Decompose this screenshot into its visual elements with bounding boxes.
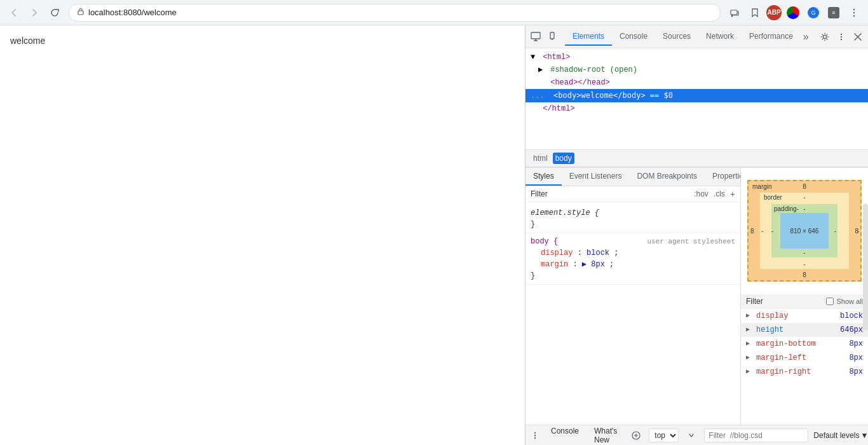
- margin-bottom-val: 8: [803, 271, 806, 278]
- svg-point-11: [841, 36, 842, 37]
- tree-line-html-close[interactable]: ▶ </html>: [526, 102, 868, 115]
- triangle-html-close[interactable]: ▶: [531, 103, 538, 114]
- filter-pseudo[interactable]: :hov: [694, 189, 709, 198]
- bottom-bar: Console What's New top Default levels ▼: [526, 425, 868, 445]
- triangle-shadow[interactable]: ▶: [538, 64, 546, 76]
- tree-line-html[interactable]: ▼ <html>: [526, 51, 868, 64]
- console-filter-area: top Default levels ▼: [628, 428, 868, 443]
- devtools-more-tabs[interactable]: »: [801, 31, 811, 43]
- computed-filter-bar: Filter Show all: [741, 294, 868, 309]
- styles-tabs: Styles Event Listeners DOM Breakpoints P…: [526, 168, 740, 186]
- border-label: border: [764, 194, 782, 201]
- content-size: 810 × 646: [790, 228, 819, 235]
- svg-rect-7: [550, 32, 554, 39]
- welcome-text: welcome: [10, 36, 45, 46]
- html-tree: ▼ <html> ▶ #shadow-root (open) ▶ <head><…: [526, 48, 868, 150]
- source-label: user agent stylesheet: [647, 236, 735, 247]
- console-top-select[interactable]: top: [649, 428, 679, 442]
- padding-top-dash: -: [803, 205, 805, 212]
- computed-arrow-margin-left[interactable]: ▶: [746, 352, 754, 364]
- triangle-head[interactable]: ▶: [538, 77, 546, 88]
- filter-bar: Filter :hov .cls +: [526, 186, 740, 202]
- computed-item-margin-left: ▶ margin-left 8px: [741, 351, 868, 365]
- lock-icon: [77, 8, 85, 17]
- ext2-button[interactable]: G: [804, 4, 822, 22]
- svg-point-8: [552, 39, 553, 40]
- ext1-button[interactable]: [784, 4, 802, 22]
- border-left-dash: -: [761, 228, 763, 235]
- devtools-panel: Elements Console Sources Network Perform…: [525, 25, 868, 445]
- svg-point-9: [824, 35, 827, 38]
- filter-label: Filter: [531, 189, 689, 198]
- elements-panel: ▼ <html> ▶ #shadow-root (open) ▶ <head><…: [526, 48, 868, 425]
- svg-rect-6: [531, 32, 540, 39]
- padding-label: padding-: [774, 205, 799, 212]
- tab-event-listeners[interactable]: Event Listeners: [562, 168, 630, 186]
- devtools-settings-button[interactable]: [817, 29, 832, 44]
- cast-button[interactable]: [726, 4, 743, 22]
- forward-button[interactable]: [25, 4, 43, 22]
- svg-point-3: [853, 8, 855, 10]
- page-content: welcome: [0, 25, 525, 445]
- tab-console[interactable]: Console: [612, 28, 655, 46]
- console-top-dropdown[interactable]: [684, 428, 699, 443]
- default-levels-button[interactable]: Default levels ▼: [813, 431, 868, 440]
- tree-line-head[interactable]: ▶ <head></head>: [526, 76, 868, 89]
- svg-point-10: [841, 33, 842, 34]
- css-rule-element-style: element.style { }: [526, 205, 740, 233]
- console-menu-button[interactable]: [531, 428, 539, 443]
- computed-arrow-height[interactable]: ▶: [746, 324, 754, 336]
- tree-line-shadow[interactable]: ▶ #shadow-root (open): [526, 64, 868, 76]
- tab-elements[interactable]: Elements: [565, 28, 612, 46]
- menu-button[interactable]: [845, 4, 863, 22]
- ext3-button[interactable]: ≡: [825, 4, 843, 22]
- console-clear-button[interactable]: [628, 428, 644, 443]
- margin-top-val: 8: [803, 183, 806, 190]
- tab-styles[interactable]: Styles: [526, 168, 562, 186]
- css-rule-body: body { user agent stylesheet display : b…: [526, 233, 740, 285]
- css-rules: element.style { } body { user agent styl…: [526, 202, 740, 425]
- inspect-button[interactable]: [528, 29, 543, 44]
- console-filter-input[interactable]: [704, 428, 808, 442]
- svg-point-2: [731, 15, 733, 17]
- default-levels-chevron: ▼: [860, 431, 868, 440]
- tab-network[interactable]: Network: [698, 28, 742, 46]
- filter-add-button[interactable]: +: [730, 189, 735, 199]
- url-text: localhost:8080/welcome: [88, 8, 712, 17]
- computed-arrow-display[interactable]: ▶: [746, 310, 754, 322]
- bottom-tabs: Console What's New: [545, 424, 623, 446]
- breadcrumb-body[interactable]: body: [553, 153, 574, 164]
- tab-properties[interactable]: Properties: [705, 168, 741, 186]
- triangle-html[interactable]: ▼: [531, 51, 538, 63]
- devtools-more-button[interactable]: [834, 29, 849, 44]
- browser-toolbar: localhost:8080/welcome ABP G ≡: [0, 0, 868, 25]
- tab-console-bottom[interactable]: Console: [545, 424, 585, 446]
- padding-bottom-dash: -: [803, 249, 805, 256]
- margin-label: margin: [752, 183, 772, 190]
- computed-item-margin-bottom: ▶ margin-bottom 8px: [741, 337, 868, 351]
- margin-left-val: 8: [750, 228, 754, 235]
- tab-whats-new[interactable]: What's New: [588, 424, 623, 446]
- bookmark-button[interactable]: [746, 4, 764, 22]
- filter-cls[interactable]: .cls: [714, 189, 725, 198]
- device-button[interactable]: [545, 29, 560, 44]
- refresh-button[interactable]: [46, 4, 64, 22]
- svg-point-14: [534, 434, 536, 435]
- content-box: 810 × 646: [780, 213, 829, 249]
- tab-performance[interactable]: Performance: [742, 28, 801, 46]
- computed-arrow-margin-bottom[interactable]: ▶: [746, 338, 754, 350]
- scrollbar[interactable]: [863, 203, 868, 331]
- breadcrumb-html[interactable]: html: [531, 153, 550, 164]
- show-all-checkbox[interactable]: [826, 298, 834, 305]
- computed-arrow-margin-right[interactable]: ▶: [746, 366, 754, 378]
- abp-button[interactable]: ABP: [766, 5, 782, 20]
- address-bar[interactable]: localhost:8080/welcome: [69, 4, 721, 22]
- back-button[interactable]: [5, 4, 23, 22]
- computed-item-margin-right: ▶ margin-right 8px: [741, 365, 868, 379]
- tab-dom-breakpoints[interactable]: DOM Breakpoints: [629, 168, 705, 186]
- toolbar-right-icons: ABP G ≡: [726, 4, 863, 22]
- tree-line-body[interactable]: ... <body>welcome</body> == $0: [526, 89, 868, 102]
- tab-sources[interactable]: Sources: [655, 28, 698, 46]
- computed-item-height: ▶ height 646px: [741, 323, 868, 337]
- devtools-close-button[interactable]: [850, 29, 865, 44]
